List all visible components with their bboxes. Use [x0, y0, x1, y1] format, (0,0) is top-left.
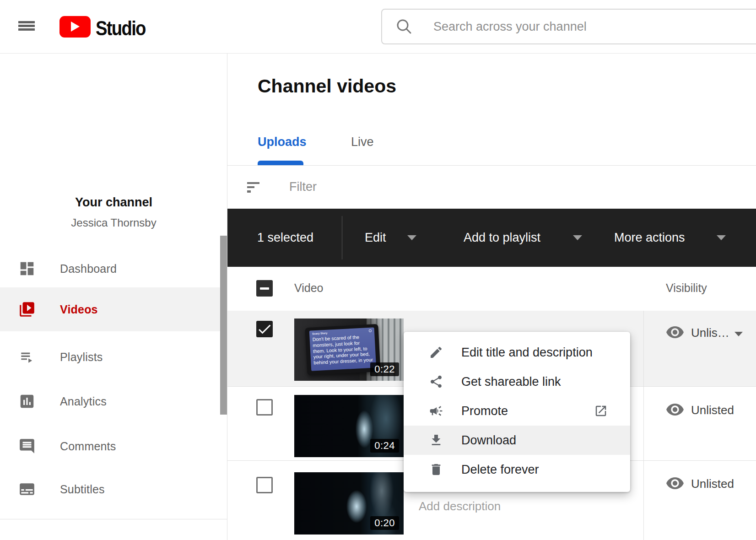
sidebar-item-analytics[interactable]: Analytics [0, 379, 227, 423]
tabs-divider [227, 165, 756, 166]
duration-badge: 0:24 [370, 439, 399, 453]
main-content: Channel videos Uploads Live Filter 1 sel… [227, 54, 756, 540]
row-checkbox-unchecked[interactable] [256, 399, 273, 416]
sidebar-divider [0, 519, 227, 519]
menu-item-label: Download [461, 433, 516, 448]
top-app-bar: Studio Search across your channel [0, 0, 756, 54]
videos-icon [18, 301, 36, 318]
chevron-down-icon[interactable] [573, 235, 582, 240]
row-checkbox-checked[interactable] [256, 321, 273, 337]
visibility-value: Unlisted [691, 477, 734, 491]
chevron-down-icon[interactable] [717, 235, 726, 240]
eye-icon [666, 477, 684, 490]
menu-item-label: Edit title and description [461, 346, 593, 360]
tab-live[interactable]: Live [351, 135, 374, 149]
more-actions-dropdown-button[interactable]: More actions [614, 231, 685, 245]
channel-label: Your channel [0, 195, 227, 210]
eye-icon [666, 326, 684, 339]
search-icon [395, 17, 413, 36]
comments-icon [18, 437, 36, 455]
sidebar: Your channel Jessica Thornsby Dashboard … [0, 54, 227, 540]
visibility-value: Unlis… [691, 326, 729, 340]
visibility-dropdown-icon[interactable] [734, 332, 743, 336]
filter-icon[interactable] [247, 182, 259, 193]
menu-item-get-shareable-link[interactable]: Get shareable link [404, 367, 630, 396]
duration-badge: 0:22 [370, 362, 399, 376]
visibility-value: Unlisted [691, 403, 734, 417]
add-description-placeholder[interactable]: Add description [419, 499, 501, 513]
sidebar-item-label: Playlists [60, 351, 103, 364]
playlists-icon [18, 348, 36, 366]
thumb-screen-text: Don't be scared of the monsters, just lo… [312, 334, 373, 366]
channel-name: Jessica Thornsby [0, 216, 227, 229]
pencil-icon [429, 345, 443, 360]
menu-item-download[interactable]: Download [404, 426, 630, 455]
menu-item-promote[interactable]: Promote [404, 396, 630, 426]
duration-badge: 0:20 [370, 516, 399, 530]
sidebar-item-label: Videos [60, 303, 98, 316]
sidebar-item-label: Analytics [60, 395, 107, 408]
trash-icon [429, 462, 443, 477]
tab-uploads[interactable]: Uploads [258, 135, 307, 149]
sidebar-scrollbar[interactable] [220, 236, 227, 415]
sidebar-item-label: Comments [60, 440, 116, 453]
smart-display: Scary Story Don't be scared of the monst… [305, 324, 380, 375]
sidebar-item-dashboard[interactable]: Dashboard [0, 247, 227, 291]
menu-item-delete-forever[interactable]: Delete forever [404, 455, 630, 484]
eye-icon [666, 403, 684, 416]
active-tab-indicator [258, 161, 303, 165]
play-icon [71, 22, 80, 32]
menu-item-label: Get shareable link [461, 375, 561, 389]
speaker-icon [369, 329, 372, 332]
sidebar-item-label: Subtitles [60, 483, 105, 496]
sidebar-item-label: Dashboard [60, 262, 117, 275]
menu-item-edit-title[interactable]: Edit title and description [404, 338, 630, 367]
analytics-icon [18, 393, 36, 410]
selection-action-bar: 1 selected Edit Add to playlist More act… [227, 209, 756, 267]
sidebar-item-videos[interactable]: Videos [0, 287, 227, 331]
video-thumbnail[interactable]: Scary Story Don't be scared of the monst… [294, 319, 404, 381]
sidebar-item-playlists[interactable]: Playlists [0, 335, 227, 379]
page-title: Channel videos [258, 76, 396, 97]
column-header-visibility: Visibility [666, 281, 707, 295]
studio-wordmark: Studio [96, 16, 146, 40]
video-thumbnail[interactable]: 0:24 [294, 395, 404, 457]
share-icon [429, 374, 443, 389]
select-all-checkbox[interactable] [256, 280, 273, 297]
download-icon [429, 433, 443, 448]
check-icon [256, 321, 273, 337]
dashboard-icon [18, 260, 36, 277]
action-bar-divider [342, 216, 342, 259]
column-divider [643, 311, 644, 540]
megaphone-icon [429, 404, 443, 418]
thumb-app-title: Scary Story [312, 332, 328, 335]
filter-input[interactable]: Filter [289, 180, 317, 194]
add-to-playlist-dropdown-button[interactable]: Add to playlist [464, 231, 540, 245]
selected-count: 1 selected [257, 231, 313, 245]
video-context-menu: Edit title and description Get shareable… [404, 332, 630, 492]
channel-avatar[interactable] [62, 77, 160, 175]
youtube-logo-icon[interactable] [59, 16, 91, 38]
menu-item-label: Delete forever [461, 463, 539, 477]
search-placeholder: Search across your channel [433, 20, 587, 34]
row-checkbox-unchecked[interactable] [256, 477, 273, 493]
sidebar-item-subtitles[interactable]: Subtitles [0, 467, 227, 511]
column-header-video: Video [294, 281, 324, 295]
external-link-icon [594, 404, 608, 418]
menu-icon[interactable] [18, 21, 35, 31]
menu-item-label: Promote [461, 404, 508, 418]
edit-dropdown-button[interactable]: Edit [365, 231, 386, 245]
subtitles-icon [18, 481, 36, 498]
smart-display-screen: Scary Story Don't be scared of the monst… [309, 327, 376, 371]
table-header-row: Video Visibility [227, 267, 756, 311]
sidebar-item-comments[interactable]: Comments [0, 424, 227, 468]
search-input[interactable]: Search across your channel [381, 9, 756, 44]
chevron-down-icon[interactable] [407, 235, 416, 240]
video-thumbnail[interactable]: 0:20 [294, 472, 404, 535]
